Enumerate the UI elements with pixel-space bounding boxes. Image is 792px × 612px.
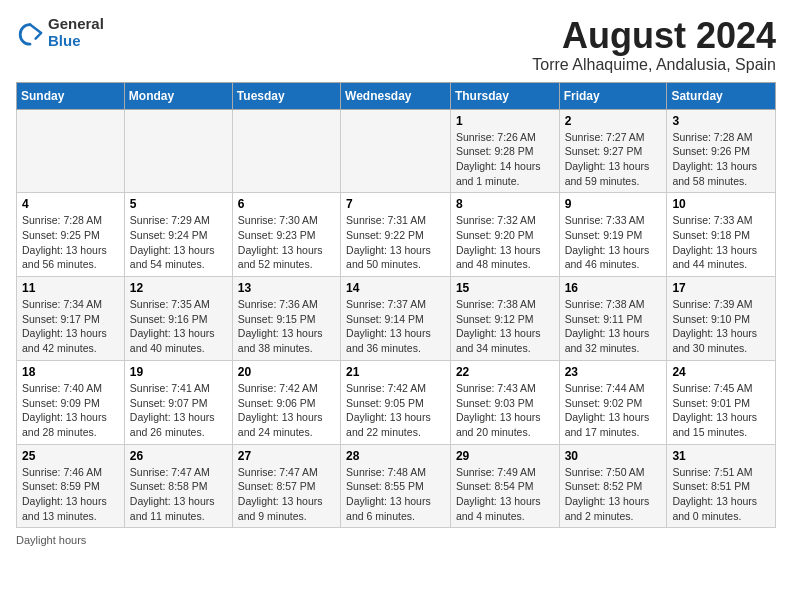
calendar-header-row: SundayMondayTuesdayWednesdayThursdayFrid… [17,82,776,109]
calendar-cell: 11Sunrise: 7:34 AM Sunset: 9:17 PM Dayli… [17,277,125,361]
col-header-wednesday: Wednesday [341,82,451,109]
calendar-week-row: 1Sunrise: 7:26 AM Sunset: 9:28 PM Daylig… [17,109,776,193]
calendar-cell: 7Sunrise: 7:31 AM Sunset: 9:22 PM Daylig… [341,193,451,277]
day-number: 10 [672,197,770,211]
day-number: 16 [565,281,662,295]
page-subtitle: Torre Alhaquime, Andalusia, Spain [532,56,776,74]
day-number: 29 [456,449,554,463]
day-number: 7 [346,197,445,211]
calendar-cell: 2Sunrise: 7:27 AM Sunset: 9:27 PM Daylig… [559,109,667,193]
day-number: 1 [456,114,554,128]
calendar-cell: 19Sunrise: 7:41 AM Sunset: 9:07 PM Dayli… [124,360,232,444]
day-number: 23 [565,365,662,379]
calendar-cell: 31Sunrise: 7:51 AM Sunset: 8:51 PM Dayli… [667,444,776,528]
calendar-cell: 9Sunrise: 7:33 AM Sunset: 9:19 PM Daylig… [559,193,667,277]
calendar-cell: 14Sunrise: 7:37 AM Sunset: 9:14 PM Dayli… [341,277,451,361]
day-number: 5 [130,197,227,211]
day-number: 4 [22,197,119,211]
day-info: Sunrise: 7:38 AM Sunset: 9:11 PM Dayligh… [565,297,662,356]
day-number: 25 [22,449,119,463]
day-info: Sunrise: 7:31 AM Sunset: 9:22 PM Dayligh… [346,213,445,272]
day-info: Sunrise: 7:34 AM Sunset: 9:17 PM Dayligh… [22,297,119,356]
day-number: 17 [672,281,770,295]
col-header-friday: Friday [559,82,667,109]
day-info: Sunrise: 7:30 AM Sunset: 9:23 PM Dayligh… [238,213,335,272]
day-number: 20 [238,365,335,379]
calendar-week-row: 25Sunrise: 7:46 AM Sunset: 8:59 PM Dayli… [17,444,776,528]
calendar-cell [232,109,340,193]
day-number: 8 [456,197,554,211]
day-info: Sunrise: 7:46 AM Sunset: 8:59 PM Dayligh… [22,465,119,524]
day-info: Sunrise: 7:27 AM Sunset: 9:27 PM Dayligh… [565,130,662,189]
day-number: 24 [672,365,770,379]
page-title: August 2024 [532,16,776,56]
calendar-cell: 5Sunrise: 7:29 AM Sunset: 9:24 PM Daylig… [124,193,232,277]
logo-blue: Blue [48,32,81,49]
day-info: Sunrise: 7:38 AM Sunset: 9:12 PM Dayligh… [456,297,554,356]
header: General Blue August 2024 Torre Alhaquime… [16,16,776,74]
day-info: Sunrise: 7:43 AM Sunset: 9:03 PM Dayligh… [456,381,554,440]
logo-icon [16,19,44,47]
day-number: 31 [672,449,770,463]
calendar-cell: 10Sunrise: 7:33 AM Sunset: 9:18 PM Dayli… [667,193,776,277]
day-info: Sunrise: 7:51 AM Sunset: 8:51 PM Dayligh… [672,465,770,524]
day-number: 22 [456,365,554,379]
day-number: 26 [130,449,227,463]
day-info: Sunrise: 7:33 AM Sunset: 9:19 PM Dayligh… [565,213,662,272]
calendar-week-row: 4Sunrise: 7:28 AM Sunset: 9:25 PM Daylig… [17,193,776,277]
calendar-cell [341,109,451,193]
calendar-cell: 28Sunrise: 7:48 AM Sunset: 8:55 PM Dayli… [341,444,451,528]
calendar-cell: 3Sunrise: 7:28 AM Sunset: 9:26 PM Daylig… [667,109,776,193]
calendar-cell: 12Sunrise: 7:35 AM Sunset: 9:16 PM Dayli… [124,277,232,361]
calendar-cell: 25Sunrise: 7:46 AM Sunset: 8:59 PM Dayli… [17,444,125,528]
day-info: Sunrise: 7:36 AM Sunset: 9:15 PM Dayligh… [238,297,335,356]
calendar-cell: 29Sunrise: 7:49 AM Sunset: 8:54 PM Dayli… [450,444,559,528]
col-header-thursday: Thursday [450,82,559,109]
calendar-week-row: 18Sunrise: 7:40 AM Sunset: 9:09 PM Dayli… [17,360,776,444]
calendar-cell: 17Sunrise: 7:39 AM Sunset: 9:10 PM Dayli… [667,277,776,361]
calendar-cell: 23Sunrise: 7:44 AM Sunset: 9:02 PM Dayli… [559,360,667,444]
day-info: Sunrise: 7:29 AM Sunset: 9:24 PM Dayligh… [130,213,227,272]
day-number: 15 [456,281,554,295]
col-header-tuesday: Tuesday [232,82,340,109]
col-header-saturday: Saturday [667,82,776,109]
calendar-cell: 8Sunrise: 7:32 AM Sunset: 9:20 PM Daylig… [450,193,559,277]
calendar-cell: 27Sunrise: 7:47 AM Sunset: 8:57 PM Dayli… [232,444,340,528]
col-header-sunday: Sunday [17,82,125,109]
day-info: Sunrise: 7:44 AM Sunset: 9:02 PM Dayligh… [565,381,662,440]
day-info: Sunrise: 7:45 AM Sunset: 9:01 PM Dayligh… [672,381,770,440]
calendar-cell: 24Sunrise: 7:45 AM Sunset: 9:01 PM Dayli… [667,360,776,444]
day-number: 30 [565,449,662,463]
day-number: 21 [346,365,445,379]
day-number: 27 [238,449,335,463]
logo: General Blue [16,16,104,49]
day-info: Sunrise: 7:40 AM Sunset: 9:09 PM Dayligh… [22,381,119,440]
calendar-cell: 18Sunrise: 7:40 AM Sunset: 9:09 PM Dayli… [17,360,125,444]
title-block: August 2024 Torre Alhaquime, Andalusia, … [532,16,776,74]
calendar-cell [17,109,125,193]
col-header-monday: Monday [124,82,232,109]
calendar-cell: 21Sunrise: 7:42 AM Sunset: 9:05 PM Dayli… [341,360,451,444]
day-number: 11 [22,281,119,295]
calendar-cell: 16Sunrise: 7:38 AM Sunset: 9:11 PM Dayli… [559,277,667,361]
calendar-cell: 26Sunrise: 7:47 AM Sunset: 8:58 PM Dayli… [124,444,232,528]
day-info: Sunrise: 7:47 AM Sunset: 8:57 PM Dayligh… [238,465,335,524]
calendar-cell: 20Sunrise: 7:42 AM Sunset: 9:06 PM Dayli… [232,360,340,444]
day-info: Sunrise: 7:50 AM Sunset: 8:52 PM Dayligh… [565,465,662,524]
day-info: Sunrise: 7:26 AM Sunset: 9:28 PM Dayligh… [456,130,554,189]
day-info: Sunrise: 7:39 AM Sunset: 9:10 PM Dayligh… [672,297,770,356]
day-info: Sunrise: 7:42 AM Sunset: 9:05 PM Dayligh… [346,381,445,440]
day-number: 6 [238,197,335,211]
logo-text: General Blue [48,16,104,49]
day-number: 3 [672,114,770,128]
calendar-cell [124,109,232,193]
calendar-cell: 30Sunrise: 7:50 AM Sunset: 8:52 PM Dayli… [559,444,667,528]
day-number: 28 [346,449,445,463]
day-info: Sunrise: 7:47 AM Sunset: 8:58 PM Dayligh… [130,465,227,524]
day-number: 13 [238,281,335,295]
calendar-cell: 22Sunrise: 7:43 AM Sunset: 9:03 PM Dayli… [450,360,559,444]
day-info: Sunrise: 7:41 AM Sunset: 9:07 PM Dayligh… [130,381,227,440]
logo-general: General [48,15,104,32]
day-info: Sunrise: 7:32 AM Sunset: 9:20 PM Dayligh… [456,213,554,272]
footer-note: Daylight hours [16,534,776,546]
